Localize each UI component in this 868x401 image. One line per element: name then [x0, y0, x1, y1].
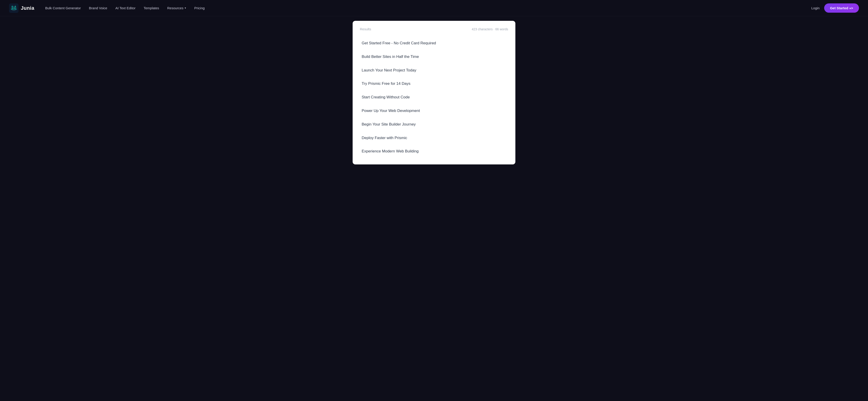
result-item-2[interactable]: Build Better Sites in Half the Time [360, 50, 508, 63]
svg-point-9 [15, 8, 16, 8]
nav-resources-label: Resources [167, 6, 184, 10]
main-content: Results 423 characters · 66 words Get St… [0, 16, 868, 173]
login-button[interactable]: Login [811, 6, 819, 10]
results-list: Get Started Free - No Credit Card Requir… [360, 36, 508, 158]
get-started-button[interactable]: Get Started »> [824, 3, 859, 13]
nav-pricing[interactable]: Pricing [194, 6, 205, 10]
result-item-3[interactable]: Launch Your Next Project Today [360, 63, 508, 77]
logo-text: Junia [21, 5, 34, 11]
nav-brand-voice[interactable]: Brand Voice [89, 6, 107, 10]
nav-resources[interactable]: Resources ▾ [167, 6, 186, 10]
nav-bulk-content-generator[interactable]: Bulk Content Generator [45, 6, 81, 10]
result-item-6[interactable]: Power Up Your Web Development [360, 104, 508, 118]
svg-point-8 [12, 8, 13, 8]
nav-templates[interactable]: Templates [144, 6, 159, 10]
result-item-7[interactable]: Begin Your Site Builder Journey [360, 118, 508, 131]
results-card: Results 423 characters · 66 words Get St… [352, 21, 515, 165]
results-meta: 423 characters · 66 words [472, 27, 508, 31]
result-item-1[interactable]: Get Started Free - No Credit Card Requir… [360, 36, 508, 50]
result-item-8[interactable]: Deploy Faster with Prismic [360, 131, 508, 145]
result-item-9[interactable]: Experience Modern Web Building [360, 145, 508, 158]
logo-icon [9, 3, 19, 13]
navbar: Junia Bulk Content Generator Brand Voice… [0, 0, 868, 16]
results-header: Results 423 characters · 66 words [360, 27, 508, 31]
nav-ai-text-editor[interactable]: AI Text Editor [115, 6, 135, 10]
chevron-down-icon: ▾ [185, 6, 186, 9]
result-item-4[interactable]: Try Prismic Free for 14 Days [360, 77, 508, 90]
results-label: Results [360, 27, 371, 31]
svg-point-10 [13, 9, 14, 9]
nav-links: Bulk Content Generator Brand Voice AI Te… [45, 6, 811, 10]
logo[interactable]: Junia [9, 3, 34, 13]
result-item-5[interactable]: Start Creating Without Code [360, 90, 508, 104]
nav-actions: Login Get Started »> [811, 3, 859, 13]
